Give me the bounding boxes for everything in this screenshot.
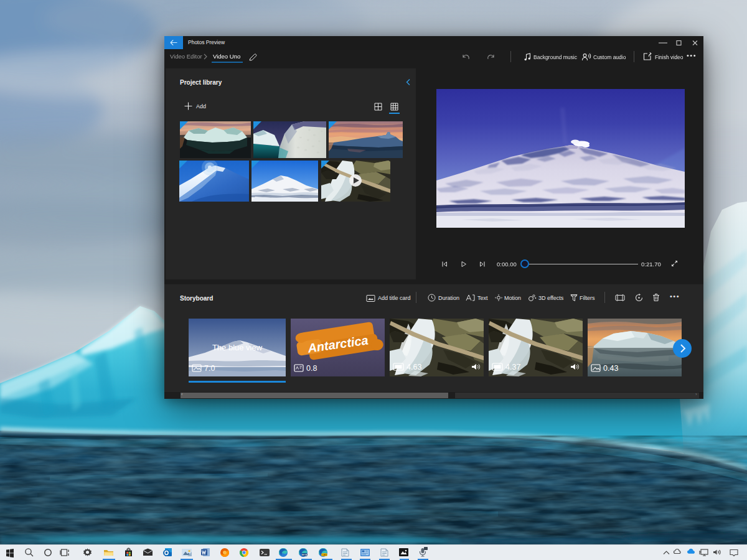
svg-text:4.63: 4.63	[406, 363, 421, 371]
svg-text:CAN: CAN	[322, 554, 327, 556]
svg-text:0.43: 0.43	[603, 364, 618, 373]
svg-text:BETA: BETA	[302, 554, 308, 556]
svg-text:4.37: 4.37	[505, 363, 520, 371]
svg-text:7.0: 7.0	[204, 364, 215, 373]
svg-text:The blue view: The blue view	[212, 343, 263, 352]
svg-text:0.8: 0.8	[306, 364, 317, 373]
